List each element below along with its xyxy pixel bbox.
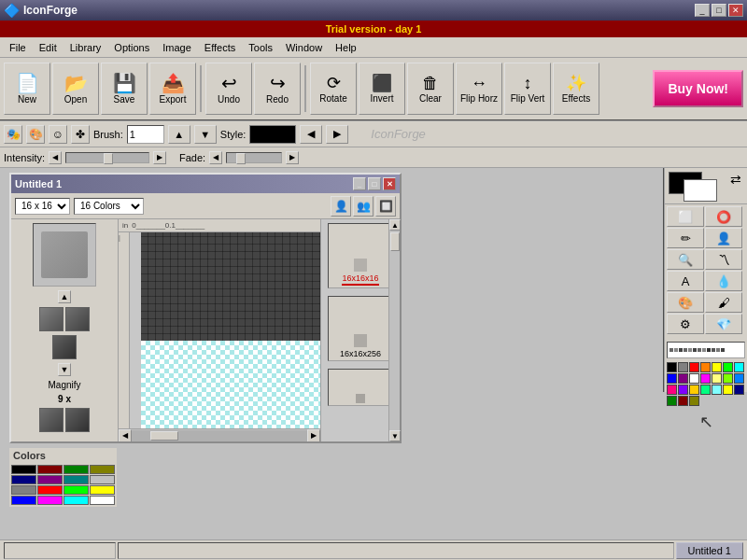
thumb-3[interactable] [52, 335, 77, 359]
save-button[interactable]: 💾 Save [101, 63, 148, 115]
swatch-blue[interactable] [667, 373, 677, 384]
menu-file[interactable]: File [4, 40, 32, 55]
brush-input[interactable] [127, 125, 164, 144]
rs-thumb[interactable] [390, 232, 400, 251]
cs-11[interactable] [63, 485, 89, 495]
drawing-canvas[interactable]: | [119, 232, 320, 428]
tool-text[interactable]: A [667, 271, 704, 291]
fade-thumb[interactable] [236, 153, 246, 164]
fade-left[interactable]: ◀ [209, 151, 222, 164]
swatch-gray[interactable] [678, 362, 688, 372]
undo-button[interactable]: ↩ Undo [205, 63, 252, 115]
tool-wave[interactable]: 〽 [705, 249, 742, 270]
swatch-maroon[interactable] [678, 396, 688, 406]
cs-4[interactable] [90, 465, 115, 474]
invert-button[interactable]: ⬛ Invert [359, 63, 405, 115]
rs-up[interactable]: ▲ [389, 219, 401, 231]
cs-5[interactable] [11, 475, 36, 484]
swatch-dkgreen[interactable] [667, 396, 677, 406]
menu-edit[interactable]: Edit [34, 40, 63, 55]
swatch-ltyellow[interactable] [712, 373, 722, 384]
canvas-content[interactable] [141, 232, 320, 428]
swatch-magenta[interactable] [700, 373, 711, 384]
thumb-bottom-2[interactable] [65, 408, 90, 432]
tool-mode-4[interactable]: ✤ [71, 125, 90, 144]
menu-image[interactable]: Image [157, 40, 197, 55]
h-scroll-right[interactable]: ▶ [307, 429, 320, 442]
swatch-pink[interactable] [667, 385, 677, 395]
colors-dropdown[interactable]: 16 Colors 256 Colors [74, 198, 144, 215]
style-color-box[interactable] [249, 125, 296, 144]
redo-button[interactable]: ↪ Redo [254, 63, 301, 115]
thumb-1[interactable] [39, 307, 63, 331]
menu-options[interactable]: Options [108, 40, 155, 55]
swatch-black[interactable] [667, 362, 677, 372]
canvas-tool-3[interactable]: 🔲 [375, 196, 396, 217]
h-scroll-track[interactable] [132, 430, 307, 441]
swatch-navy[interactable] [734, 385, 744, 395]
rotate-button[interactable]: ⟳ Rotate [310, 63, 357, 115]
tool-gear[interactable]: ⚙ [667, 314, 704, 334]
background-color[interactable] [684, 179, 717, 202]
scroll-down[interactable]: ▼ [58, 363, 71, 376]
swatch-red[interactable] [689, 362, 699, 372]
intensity-left[interactable]: ◀ [49, 151, 62, 164]
swatch-ltgreen[interactable] [723, 373, 733, 384]
cs-16[interactable] [90, 496, 115, 505]
canvas-minimize[interactable]: _ [353, 177, 366, 190]
swatch-violet[interactable] [678, 385, 688, 395]
intensity-right[interactable]: ▶ [153, 151, 166, 164]
tool-select-rect[interactable]: ⬜ [667, 206, 704, 227]
swatch-ltcyan[interactable] [712, 385, 722, 395]
swatch-green[interactable] [723, 362, 733, 372]
fade-track[interactable] [226, 152, 282, 163]
tool-mode-1[interactable]: 🎭 [4, 125, 22, 144]
cs-8[interactable] [90, 475, 115, 484]
tool-paint[interactable]: 🎨 [667, 292, 704, 313]
h-scrollbar[interactable]: ◀ ▶ [119, 428, 320, 441]
close-button[interactable]: ✕ [728, 4, 743, 17]
cs-13[interactable] [11, 496, 36, 505]
swap-colors-icon[interactable]: ⇄ [730, 172, 741, 187]
tool-pencil[interactable]: ✏ [667, 228, 704, 248]
menu-tools[interactable]: Tools [243, 40, 278, 55]
tool-select-circle[interactable]: ⭕ [705, 206, 742, 227]
swatch-ltblue[interactable] [734, 373, 744, 384]
export-button[interactable]: 📤 Export [149, 63, 196, 115]
cs-14[interactable] [37, 496, 63, 505]
brush-up[interactable]: ▲ [168, 125, 190, 144]
thumb-2[interactable] [65, 307, 90, 331]
tool-magnify[interactable]: 🔍 [667, 249, 704, 270]
cs-15[interactable] [63, 496, 89, 505]
minimize-button[interactable]: _ [695, 4, 710, 17]
h-scroll-left[interactable]: ◀ [119, 429, 132, 442]
h-scroll-thumb[interactable] [150, 431, 178, 441]
flip-vert-button[interactable]: ↕ Flip Vert [504, 63, 551, 115]
canvas-tool-2[interactable]: 👥 [353, 196, 374, 217]
title-bar-controls[interactable]: _ □ ✕ [695, 4, 743, 17]
buy-now-button[interactable]: Buy Now! [653, 70, 743, 107]
maximize-button[interactable]: □ [712, 4, 726, 17]
canvas-tool-1[interactable]: 👤 [331, 196, 351, 217]
swatch-y2[interactable] [723, 385, 733, 395]
canvas-controls[interactable]: _ □ ✕ [353, 177, 396, 190]
swatch-mint[interactable] [700, 385, 711, 395]
cs-9[interactable] [11, 485, 36, 495]
menu-window[interactable]: Window [280, 40, 328, 55]
menu-help[interactable]: Help [330, 40, 362, 55]
canvas-draw-area[interactable]: in 0_______0.1_______ | [119, 219, 320, 441]
cs-6[interactable] [37, 475, 63, 484]
tool-mode-2[interactable]: 🎨 [26, 125, 45, 144]
cs-12[interactable] [90, 485, 115, 495]
cs-3[interactable] [63, 465, 89, 474]
status-tab[interactable]: Untitled 1 [676, 542, 743, 559]
canvas-close[interactable]: ✕ [383, 177, 396, 190]
opacity-bar[interactable] [667, 342, 745, 358]
swatch-olive[interactable] [689, 396, 699, 406]
right-scrollbar[interactable]: ▲ ▼ [388, 219, 400, 441]
swatch-gold[interactable] [689, 385, 699, 395]
intensity-track[interactable] [65, 152, 149, 163]
thumb-bottom-1[interactable] [39, 408, 63, 432]
scroll-up[interactable]: ▲ [58, 290, 71, 303]
swatch-yellow[interactable] [712, 362, 722, 372]
